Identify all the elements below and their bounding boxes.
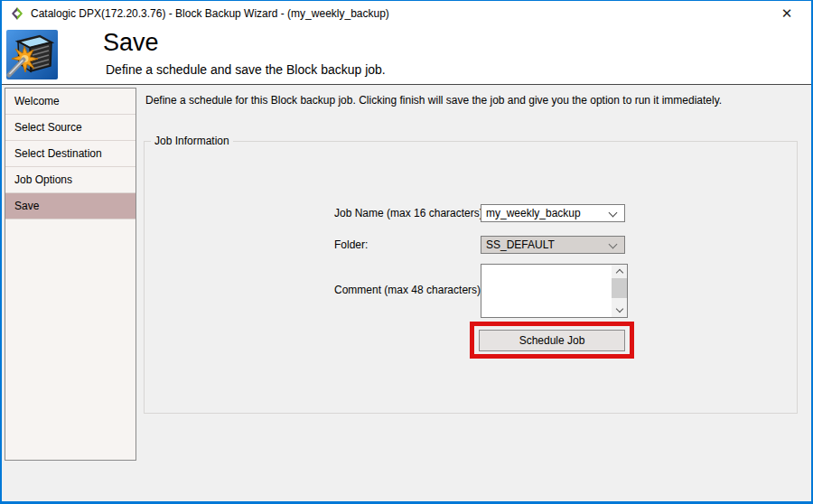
comment-scrollbar[interactable] — [612, 265, 627, 317]
chevron-down-icon[interactable] — [609, 240, 618, 249]
close-button[interactable]: ✕ — [770, 1, 804, 26]
step-select-destination[interactable]: Select Destination — [5, 141, 136, 167]
job-information-group: Job Information Job Name (max 16 charact… — [144, 141, 798, 414]
job-name-input[interactable] — [481, 205, 599, 221]
page-subtitle: Define a schedule and save the Block bac… — [106, 62, 386, 77]
catalogic-logo-icon — [10, 6, 24, 21]
wizard-content: Welcome Select Source Select Destination… — [2, 86, 811, 501]
wizard-header: Save Define a schedule and save the Bloc… — [2, 26, 811, 85]
chevron-down-icon[interactable] — [609, 209, 618, 218]
step-save[interactable]: Save — [5, 193, 136, 219]
comment-field[interactable] — [481, 264, 628, 318]
comment-textarea[interactable] — [481, 265, 612, 317]
folder-label: Folder: — [334, 236, 368, 254]
instruction-text: Define a schedule for this Block backup … — [145, 94, 722, 107]
comment-label: Comment (max 48 characters): — [334, 281, 483, 299]
folder-value: SS_DEFAULT — [486, 238, 555, 251]
scroll-down-icon[interactable] — [612, 303, 627, 317]
step-select-source[interactable]: Select Source — [5, 115, 136, 141]
wizard-window: Catalogic DPX(172.20.3.76) - Block Backu… — [0, 0, 813, 504]
wizard-steps-sidebar: Welcome Select Source Select Destination… — [5, 88, 136, 461]
group-title: Job Information — [151, 135, 233, 147]
step-job-options[interactable]: Job Options — [5, 167, 136, 193]
job-name-combobox[interactable] — [481, 204, 625, 222]
page-title: Save — [103, 29, 159, 57]
annotation-highlight: Schedule Job — [470, 322, 634, 359]
title-bar[interactable]: Catalogic DPX(172.20.3.76) - Block Backu… — [2, 1, 811, 26]
job-name-label: Job Name (max 16 characters): — [334, 204, 486, 222]
schedule-job-button[interactable]: Schedule Job — [479, 330, 625, 351]
window-title: Catalogic DPX(172.20.3.76) - Block Backu… — [31, 7, 389, 20]
folder-combobox[interactable]: SS_DEFAULT — [481, 236, 625, 254]
backup-wizard-icon — [6, 30, 58, 79]
close-icon: ✕ — [781, 5, 793, 22]
scroll-up-icon[interactable] — [612, 265, 627, 278]
scrollbar-thumb[interactable] — [612, 278, 627, 298]
step-welcome[interactable]: Welcome — [5, 89, 136, 115]
